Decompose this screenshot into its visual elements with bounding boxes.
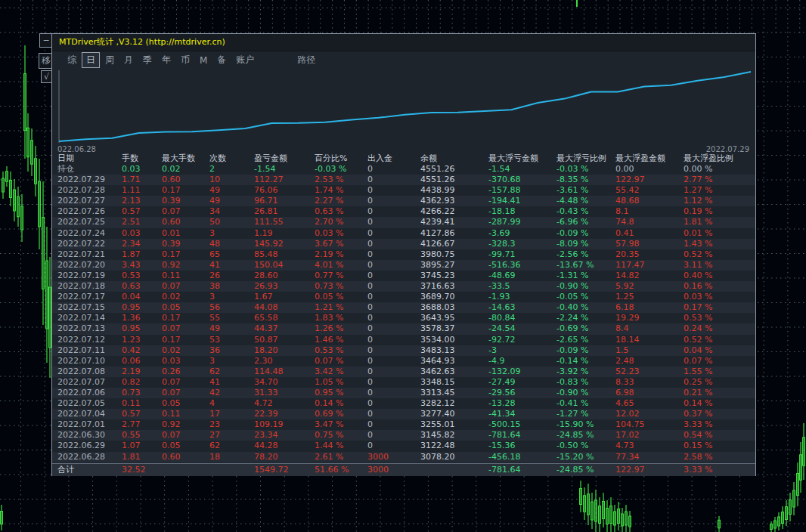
column-header[interactable]: 最大浮盈金额 (615, 153, 684, 164)
table-cell: 0.73 (122, 388, 162, 398)
table-cell: 0.03 (122, 164, 162, 175)
table-cell: 150.04 (254, 260, 315, 271)
table-row[interactable]: 2022.07.260.570.073426.810.63 %04266.22-… (52, 206, 755, 217)
menu-item-tab-yue[interactable]: 月 (119, 52, 138, 68)
table-row[interactable]: 2022.07.252.510.6050111.552.70 %04239.41… (52, 217, 755, 227)
table-cell: 3145.82 (420, 430, 488, 441)
table-cell: -1.93 (488, 292, 556, 302)
table-cell: 1.81 (122, 452, 162, 462)
table-cell: 4266.22 (420, 206, 488, 217)
column-header[interactable]: 日期 (57, 153, 122, 164)
table-row[interactable]: 2022.07.150.950.055644.081.21 %03688.03-… (52, 302, 755, 313)
menu-item-tab-ji[interactable]: 季 (138, 52, 157, 68)
table-row[interactable]: 2022.07.130.950.074944.371.26 %03578.37-… (52, 323, 755, 334)
table-row[interactable]: 2022.06.281.810.601878.202.61 %30003078.… (52, 452, 755, 462)
table-cell: 0.92 (162, 260, 209, 271)
table-cell: 3000 (367, 464, 420, 476)
menu-item-tab-zhanghu[interactable]: 账户 (231, 52, 259, 68)
table-cell: 3716.63 (420, 281, 488, 292)
table-cell: 1.21 % (315, 302, 367, 313)
table-row[interactable]: 2022.07.082.190.2662114.483.42 %03462.63… (52, 367, 755, 377)
table-cell: -15.36 (488, 441, 556, 451)
table-cell: -92.72 (488, 335, 556, 345)
table-cell: -0.03 % (556, 164, 615, 175)
table-cell: 2.19 (122, 367, 162, 377)
table-cell: 0.41 (615, 228, 684, 239)
menu-item-tab-zhou[interactable]: 周 (101, 52, 119, 68)
table-row[interactable]: 2022.07.291.710.6010112.272.53 %04551.26… (52, 175, 755, 185)
table-cell: 2022.07.25 (57, 217, 122, 227)
table-row[interactable]: 2022.07.141.360.175565.581.83 %03643.95-… (52, 313, 755, 323)
table-cell: 44.37 (254, 323, 315, 334)
check-button[interactable]: √ (41, 70, 52, 83)
table-cell: -1.27 % (556, 409, 615, 419)
table-row[interactable]: 2022.07.121.230.175350.871.46 %03534.00-… (52, 335, 755, 345)
table-cell: 26.93 (254, 281, 315, 292)
table-cell: -33.5 (488, 281, 556, 292)
window-titlebar[interactable]: MTDriver统计 ,V3.12 (http://mtdriver.cn) (52, 34, 755, 51)
menu-item-tab-m[interactable]: M (195, 54, 212, 67)
table-row[interactable]: 2022.07.110.420.023618.200.53 %03483.13-… (52, 345, 755, 356)
table-cell: 2.27 % (315, 196, 367, 206)
table-cell: -24.85 % (556, 430, 615, 441)
column-header[interactable]: 次数 (209, 153, 254, 164)
table-cell (162, 464, 209, 476)
table-row[interactable]: 2022.07.170.040.0231.670.05 %03689.70-1.… (52, 292, 755, 302)
table-cell: 18.20 (254, 345, 315, 356)
table-cell: 0.19 % (684, 206, 752, 217)
menu-item-tab-bei[interactable]: 备 (212, 52, 231, 68)
column-header[interactable]: 出入金 (367, 153, 420, 164)
table-cell: 3.47 % (315, 419, 367, 430)
table-row[interactable]: 2022.07.240.030.0131.190.03 %04127.86-3.… (52, 228, 755, 239)
menu-item-tab-bi[interactable]: 币 (176, 52, 194, 68)
table-cell: 3 (209, 292, 254, 302)
table-row[interactable]: 2022.07.203.430.9241150.044.01 %03895.27… (52, 260, 755, 271)
table-cell: -6.96 % (556, 217, 615, 227)
table-cell: 2.77 (122, 419, 162, 430)
column-header[interactable]: 手数 (122, 153, 162, 164)
chart-start-date-label: 022.06.28 (57, 145, 96, 153)
table-cell: 34.70 (254, 377, 315, 388)
table-cell: -0.09 % (556, 228, 615, 239)
table-cell: 0.54 % (684, 430, 752, 441)
table-row[interactable]: 2022.06.300.550.072723.340.75 %03145.82-… (52, 430, 755, 441)
column-header[interactable]: 百分比% (315, 153, 367, 164)
table-cell: -781.64 (488, 430, 556, 441)
table-cell: -0.05 % (556, 292, 615, 302)
table-cell: 5.92 (615, 281, 684, 292)
table-cell: 49 (209, 323, 254, 334)
menu-item-tab-lujing[interactable]: 路径 (293, 52, 320, 68)
menu-item-tab-zong[interactable]: 综 (63, 52, 81, 68)
table-row[interactable]: 2022.07.012.770.9223109.193.47 %03255.01… (52, 419, 755, 430)
table-row[interactable]: 2022.07.070.820.074134.701.05 %03348.15-… (52, 377, 755, 388)
column-header[interactable]: 最大浮亏比例 (556, 153, 615, 164)
table-row[interactable]: 2022.06.291.070.056244.281.44 %03122.48-… (52, 441, 755, 451)
column-header[interactable]: 最大浮亏金额 (488, 153, 556, 164)
table-cell: 44.08 (254, 302, 315, 313)
menu-item-tab-nian[interactable]: 年 (157, 52, 175, 68)
table-row[interactable]: 2022.07.050.110.0544.720.14 %03282.12-13… (52, 398, 755, 409)
table-row[interactable]: 2022.07.190.530.112628.600.77 %03745.23-… (52, 271, 755, 281)
table-cell: 1.19 (254, 228, 315, 239)
table-cell: -3.61 % (556, 185, 615, 196)
table-row[interactable]: 2022.07.060.730.074231.330.95 %03313.45-… (52, 388, 755, 398)
column-header[interactable]: 最大浮盈比例 (684, 153, 752, 164)
table-row[interactable]: 2022.07.100.060.0332.300.07 %03464.93-4.… (52, 356, 755, 367)
column-header[interactable]: 余额 (420, 153, 488, 164)
table-row[interactable]: 2022.07.040.570.111722.390.69 %03277.40-… (52, 409, 755, 419)
table-cell: 2022.07.17 (57, 292, 122, 302)
table-cell: -370.68 (488, 175, 556, 185)
table-cell: 32.52 (122, 464, 162, 476)
position-row[interactable]: 持仓0.030.022-1.54-0.03 %04551.26-1.54-0.0… (52, 164, 755, 175)
table-row[interactable]: 2022.07.272.130.394996.712.27 %04362.93-… (52, 196, 755, 206)
table-row[interactable]: 2022.07.211.870.176585.482.19 %03980.75-… (52, 249, 755, 260)
table-row[interactable]: 2022.07.222.340.3948145.923.67 %04126.67… (52, 239, 755, 249)
menu-item-tab-ri[interactable]: 日 (82, 52, 100, 68)
table-row[interactable]: 2022.07.180.630.073826.930.73 %03716.63-… (52, 281, 755, 292)
column-header[interactable]: 盈亏金额 (254, 153, 315, 164)
column-header[interactable]: 最大手数 (162, 153, 209, 164)
table-cell: 56 (209, 302, 254, 313)
table-cell: -3.92 % (556, 367, 615, 377)
table-row[interactable]: 2022.07.281.110.174976.061.74 %04438.99-… (52, 185, 755, 196)
table-cell: -0.03 % (315, 164, 367, 175)
